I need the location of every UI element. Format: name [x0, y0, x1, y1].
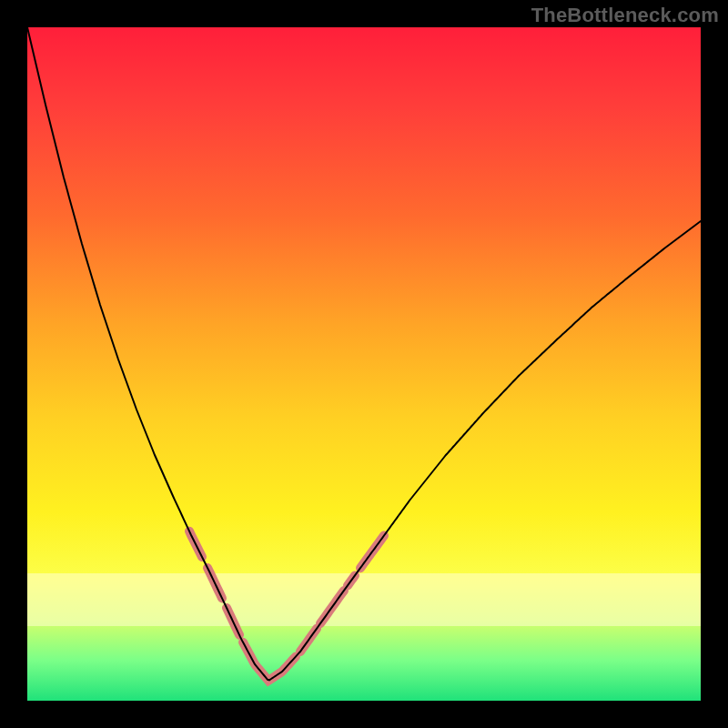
- marker-valley: [243, 642, 296, 681]
- chart-frame: TheBottleneck.com: [0, 0, 728, 728]
- curve-group: [27, 27, 701, 680]
- watermark-text: TheBottleneck.com: [531, 4, 719, 27]
- bottleneck-curve: [27, 27, 701, 680]
- curve-svg: [27, 27, 701, 701]
- marker-group: [189, 531, 384, 681]
- plot-area: [27, 27, 701, 701]
